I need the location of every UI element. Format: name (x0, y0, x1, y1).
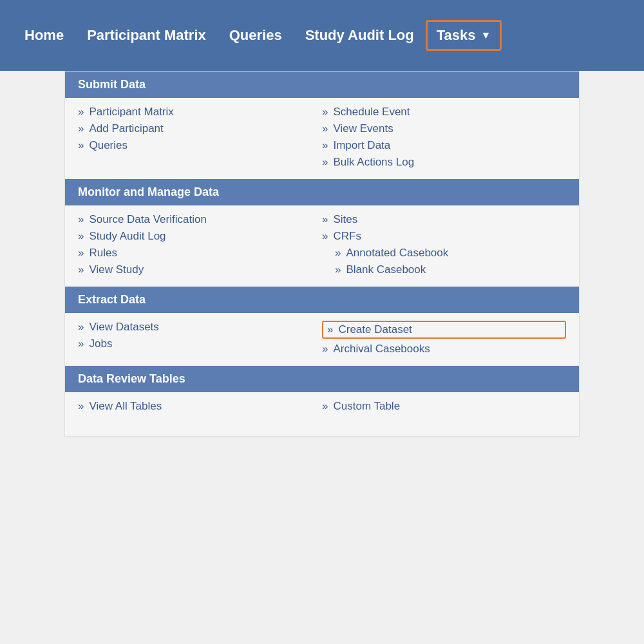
bullet-icon: » (78, 321, 84, 334)
link-label: Annotated Casebook (346, 247, 448, 260)
bullet-icon: » (327, 323, 333, 336)
link-view-all-tables[interactable]: » View All Tables (78, 400, 322, 413)
bullet-icon: » (78, 400, 84, 413)
section-header-submit-data: Submit Data (65, 71, 579, 98)
bullet-icon: » (78, 263, 84, 276)
section-monitor: » Source Data Verification » Study Audit… (65, 205, 579, 287)
link-label: Participant Matrix (89, 106, 173, 118)
bullet-icon: » (322, 122, 328, 135)
link-crfs[interactable]: » CRFs (322, 230, 566, 243)
link-sites[interactable]: » Sites (322, 213, 566, 226)
nav-study-audit-log[interactable]: Study Audit Log (294, 21, 426, 50)
link-custom-table[interactable]: » Custom Table (322, 400, 566, 413)
bullet-icon: » (78, 213, 84, 226)
nav-tasks[interactable]: Tasks ▼ (426, 20, 502, 51)
link-label: Queries (89, 139, 128, 152)
bullet-icon: » (322, 213, 328, 226)
tasks-dropdown: Submit Data » Participant Matrix » Add P… (64, 71, 580, 437)
link-label: Add Participant (89, 122, 163, 135)
link-view-datasets[interactable]: » View Datasets (78, 321, 322, 334)
link-label: Archival Casebooks (333, 343, 430, 355)
section-data-review-col1: » View All Tables (78, 400, 322, 413)
link-label: Bulk Actions Log (333, 156, 414, 169)
section-extract-col1: » View Datasets » Jobs (78, 321, 322, 355)
link-label: Custom Table (333, 400, 400, 413)
section-submit-data-col2: » Schedule Event » View Events » Import … (322, 106, 566, 169)
bullet-icon: » (78, 106, 84, 118)
link-label: View Events (333, 122, 393, 135)
bullet-icon: » (335, 247, 341, 260)
link-schedule-event[interactable]: » Schedule Event (322, 106, 566, 118)
nav-bar: Home Participant Matrix Queries Study Au… (0, 0, 644, 71)
link-label: Schedule Event (333, 106, 410, 118)
link-label: CRFs (333, 230, 361, 243)
nav-home[interactable]: Home (13, 21, 75, 50)
section-header-data-review: Data Review Tables (65, 366, 579, 392)
section-data-review-col2: » Custom Table (322, 400, 566, 413)
link-label: View Study (89, 263, 144, 276)
link-annotated-casebook[interactable]: » Annotated Casebook (322, 247, 566, 260)
section-extract: » View Datasets » Jobs » Create Dataset … (65, 313, 579, 366)
link-label: View All Tables (89, 400, 162, 413)
section-header-extract: Extract Data (65, 287, 579, 313)
bullet-icon: » (322, 230, 328, 243)
section-monitor-col2: » Sites » CRFs » Annotated Casebook » Bl… (322, 213, 566, 276)
link-participant-matrix[interactable]: » Participant Matrix (78, 106, 322, 118)
bullet-icon: » (78, 247, 84, 260)
section-header-monitor: Monitor and Manage Data (65, 179, 579, 205)
bullet-icon: » (322, 156, 328, 169)
section-monitor-col1: » Source Data Verification » Study Audit… (78, 213, 322, 276)
link-label: View Datasets (89, 321, 158, 334)
link-add-participant[interactable]: » Add Participant (78, 122, 322, 135)
link-label: Source Data Verification (89, 213, 206, 226)
tasks-chevron-icon: ▼ (480, 30, 491, 41)
section-submit-data-col1: » Participant Matrix » Add Participant »… (78, 106, 322, 169)
link-label: Rules (89, 247, 117, 260)
bullet-icon: » (78, 337, 84, 350)
bullet-icon: » (78, 139, 84, 152)
link-bulk-actions-log[interactable]: » Bulk Actions Log (322, 156, 566, 169)
link-create-dataset[interactable]: » Create Dataset (322, 321, 566, 339)
section-data-review: » View All Tables » Custom Table (65, 392, 579, 423)
link-view-events[interactable]: » View Events (322, 122, 566, 135)
link-label: Import Data (333, 139, 390, 152)
link-jobs[interactable]: » Jobs (78, 337, 322, 350)
link-import-data[interactable]: » Import Data (322, 139, 566, 152)
link-rules[interactable]: » Rules (78, 247, 322, 260)
bullet-icon: » (322, 139, 328, 152)
nav-queries[interactable]: Queries (218, 21, 294, 50)
bullet-icon: » (322, 400, 328, 413)
bullet-icon: » (322, 343, 328, 355)
link-sdv[interactable]: » Source Data Verification (78, 213, 322, 226)
link-view-study[interactable]: » View Study (78, 263, 322, 276)
link-study-audit-log[interactable]: » Study Audit Log (78, 230, 322, 243)
link-label: Blank Casebook (346, 263, 426, 276)
bullet-icon: » (78, 122, 84, 135)
nav-tasks-label: Tasks (437, 27, 476, 44)
bullet-icon: » (335, 263, 341, 276)
link-label: Sites (333, 213, 357, 226)
link-queries[interactable]: » Queries (78, 139, 322, 152)
bullet-icon: » (78, 230, 84, 243)
link-label: Create Dataset (338, 323, 412, 336)
section-submit-data: » Participant Matrix » Add Participant »… (65, 98, 579, 179)
bullet-icon: » (322, 106, 328, 118)
link-blank-casebook[interactable]: » Blank Casebook (322, 263, 566, 276)
link-archival-casebooks[interactable]: » Archival Casebooks (322, 343, 566, 355)
link-label: Study Audit Log (89, 230, 166, 243)
section-extract-col2: » Create Dataset » Archival Casebooks (322, 321, 566, 355)
link-label: Jobs (89, 337, 112, 350)
nav-participant-matrix[interactable]: Participant Matrix (75, 21, 218, 50)
